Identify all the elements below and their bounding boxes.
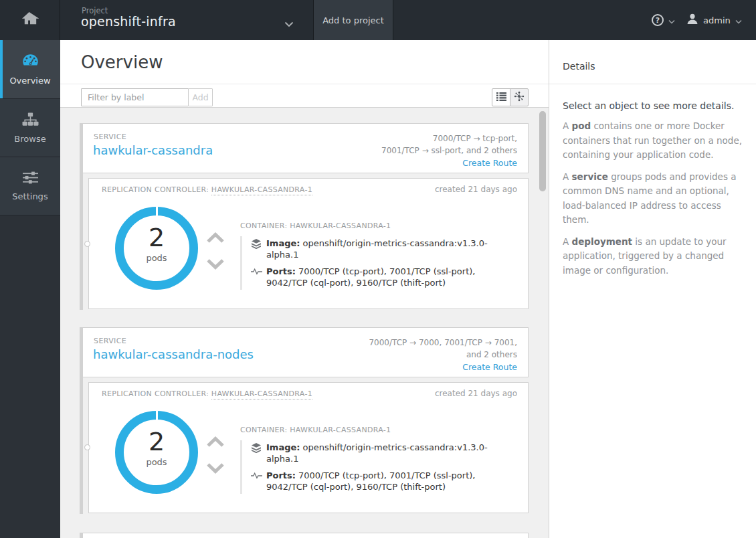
sidebar-item-overview[interactable]: Overview (0, 40, 60, 99)
details-paragraph-service: A service groups pods and provides a com… (563, 170, 743, 228)
paragraph-text: A (563, 171, 572, 182)
list-view-icon (496, 91, 506, 104)
sliders-icon (23, 171, 38, 187)
replication-controller-card: REPLICATION CONTROLLER: HAWKULAR-CASSAND… (88, 382, 529, 513)
service-name-link[interactable]: hawkular-cassandra-nodes (93, 347, 254, 361)
pod-count: 2 (115, 428, 198, 456)
top-navbar: Project openshift-infra Add to project ?… (0, 0, 756, 40)
service-ports-line: and 2 others (369, 349, 517, 361)
scale-up-button[interactable] (205, 231, 225, 244)
ports-line1: 7000/TCP (tcp-port), 7001/TCP (ssl-port)… (298, 470, 475, 480)
pod-unit-label: pods (115, 457, 198, 467)
pod-count-donut[interactable]: 2 pods (115, 411, 198, 494)
timeline-connector-dot (84, 444, 90, 450)
header-bottom-border (60, 107, 549, 108)
filter-by-label-input[interactable] (81, 88, 189, 106)
topology-view-button[interactable] (510, 88, 529, 106)
container-details: CONTAINER: HAWKULAR-CASSANDRA-1 Image:op… (240, 221, 514, 290)
service-ports-line: 7000/TCP → tcp-port, (381, 132, 517, 145)
home-icon (21, 11, 39, 30)
service-ports-line: 7001/TCP → ssl-port, and 2 others (381, 145, 517, 157)
rc-kind-label: REPLICATION CONTROLLER: HAWKULAR-CASSAND… (102, 389, 312, 398)
topology-icon (514, 91, 525, 104)
term-service: service (572, 171, 608, 182)
service-card: SERVICE hawkular-cassandra-nodes 7000/TC… (80, 327, 529, 377)
vertical-scrollbar[interactable] (539, 111, 546, 191)
scale-up-button[interactable] (205, 435, 225, 448)
container-title: CONTAINER: HAWKULAR-CASSANDRA-1 (240, 426, 514, 434)
service-card-partial (80, 533, 529, 538)
details-body: Select an object to see more details. A … (563, 100, 743, 285)
container-image-row: Image:openshift/origin-metrics-cassandra… (251, 238, 514, 260)
rc-name[interactable]: HAWKULAR-CASSANDRA-1 (211, 185, 312, 195)
container-details: CONTAINER: HAWKULAR-CASSANDRA-1 Image:op… (240, 426, 514, 494)
donut-notch (156, 411, 158, 420)
service-kind-label: SERVICE (94, 132, 126, 141)
details-paragraph-pod: A pod contains one or more Docker contai… (563, 119, 743, 163)
page-title: Overview (81, 52, 163, 72)
add-filter-button[interactable]: Add (188, 88, 213, 106)
pulse-icon (251, 470, 266, 492)
rc-kind-text: REPLICATION CONTROLLER: (102, 185, 209, 194)
user-menu[interactable]: admin (686, 0, 742, 40)
sidebar-item-settings[interactable]: Settings (0, 157, 60, 215)
service-ports-line: 7000/TCP → 7000, 7001/TCP → 7001, (369, 337, 517, 349)
layers-icon (251, 238, 266, 260)
sidebar-item-browse[interactable]: Browse (0, 99, 60, 157)
sidebar-item-label: Settings (12, 191, 48, 201)
paragraph-text: A (563, 120, 572, 131)
rc-kind-label: REPLICATION CONTROLLER: HAWKULAR-CASSAND… (102, 185, 312, 194)
deployment-timeline-bar (80, 533, 83, 538)
create-route-link[interactable]: Create Route (462, 158, 517, 168)
term-deployment: deployment (572, 236, 632, 247)
ports-label: Ports: (266, 470, 296, 480)
rc-created-timestamp: created 21 days ago (435, 185, 517, 194)
add-to-project-button[interactable]: Add to project (313, 0, 393, 40)
chevron-down-icon (284, 17, 294, 30)
container-block: Image:openshift/origin-metrics-cassandra… (240, 236, 514, 290)
timeline-connector-dot (84, 241, 90, 247)
pod-unit-label: pods (115, 253, 198, 263)
container-ports-row: Ports:7000/TCP (tcp-port), 7001/TCP (ssl… (251, 266, 514, 288)
view-toggle-group (492, 88, 529, 106)
ports-text: Ports:7000/TCP (tcp-port), 7001/TCP (ssl… (266, 266, 475, 288)
image-label: Image: (266, 238, 300, 248)
home-button[interactable] (0, 0, 60, 40)
details-intro: Select an object to see more details. (563, 100, 743, 111)
ports-label: Ports: (266, 266, 296, 276)
service-name-link[interactable]: hawkular-cassandra (93, 143, 213, 157)
details-title: Details (563, 61, 595, 72)
chevron-down-icon (735, 14, 742, 27)
service-ports: 7000/TCP → tcp-port, 7001/TCP → ssl-port… (381, 132, 517, 157)
details-paragraph-deployment: A deployment is an update to your applic… (563, 235, 743, 278)
help-icon: ? (652, 14, 664, 26)
container-title: CONTAINER: HAWKULAR-CASSANDRA-1 (240, 221, 514, 230)
rc-name[interactable]: HAWKULAR-CASSANDRA-1 (211, 389, 312, 399)
container-ports-row: Ports:7000/TCP (tcp-port), 7001/TCP (ssl… (251, 470, 514, 492)
container-image-row: Image:openshift/origin-metrics-cassandra… (251, 442, 514, 464)
service-card: SERVICE hawkular-cassandra 7000/TCP → tc… (80, 123, 529, 173)
paragraph-text: A (563, 236, 572, 247)
rc-kind-text: REPLICATION CONTROLLER: (102, 389, 209, 398)
scale-down-button[interactable] (205, 462, 225, 475)
pod-count: 2 (115, 223, 198, 252)
project-selector[interactable]: Project openshift-infra (61, 0, 313, 40)
ports-line1: 7000/TCP (tcp-port), 7001/TCP (ssl-port)… (298, 266, 475, 276)
chevron-down-icon (668, 14, 675, 27)
scale-down-button[interactable] (205, 258, 225, 271)
dashboard-icon (21, 53, 39, 71)
donut-notch (156, 207, 158, 215)
ports-line2: 9042/TCP (cql-port), 9160/TCP (thift-por… (266, 481, 475, 492)
service-kind-label: SERVICE (94, 337, 126, 345)
pod-count-donut[interactable]: 2 pods (115, 207, 198, 290)
help-menu[interactable]: ? (652, 0, 675, 40)
service-ports: 7000/TCP → 7000, 7001/TCP → 7001, and 2 … (369, 337, 517, 361)
details-divider (549, 84, 756, 84)
list-view-button[interactable] (492, 88, 510, 106)
pulse-icon (251, 266, 266, 288)
create-route-link[interactable]: Create Route (462, 362, 517, 372)
ports-line2: 9042/TCP (cql-port), 9160/TCP (thift-por… (266, 277, 475, 288)
container-block: Image:openshift/origin-metrics-cassandra… (240, 440, 514, 494)
sitemap-icon (22, 112, 39, 129)
sidebar-item-label: Overview (9, 76, 50, 86)
